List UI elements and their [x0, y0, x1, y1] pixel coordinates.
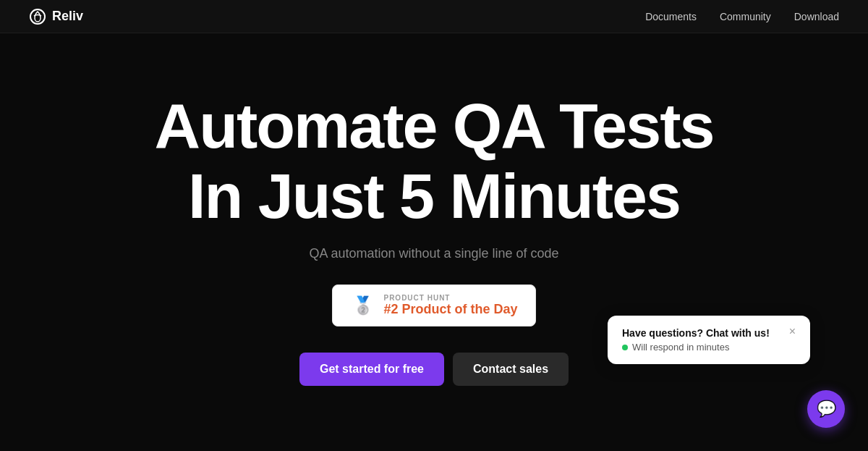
badge-medal-icon: 🥈: [350, 292, 376, 319]
contact-sales-button[interactable]: Contact sales: [453, 353, 569, 386]
chat-tooltip-title: Have questions? Chat with us!: [622, 327, 783, 339]
badge-rank: #2 Product of the Day: [383, 302, 517, 317]
chat-bubble-icon: 💬: [817, 400, 836, 418]
badge-text: PRODUCT HUNT #2 Product of the Day: [383, 294, 517, 317]
hero-title-line1: Automate QA Tests: [155, 90, 714, 161]
chat-status-text: Will respond in minutes: [632, 342, 729, 353]
nav-links: Documents Community Download: [645, 11, 839, 22]
hero-subtitle: QA automation without a single line of c…: [309, 246, 558, 261]
get-started-button[interactable]: Get started for free: [299, 353, 444, 386]
nav-documents[interactable]: Documents: [645, 11, 697, 22]
hero-title: Automate QA Tests In Just 5 Minutes: [155, 91, 714, 232]
chat-tooltip: Have questions? Chat with us! Will respo…: [608, 316, 810, 364]
hero-title-line2: In Just 5 Minutes: [188, 160, 680, 232]
logo-icon: [29, 8, 46, 25]
status-dot-icon: [622, 345, 628, 350]
product-hunt-badge[interactable]: 🥈 PRODUCT HUNT #2 Product of the Day: [332, 284, 535, 326]
cta-buttons: Get started for free Contact sales: [299, 353, 569, 386]
logo[interactable]: Reliv: [29, 8, 83, 25]
badge-label: PRODUCT HUNT: [383, 294, 450, 302]
navbar: Reliv Documents Community Download: [0, 0, 868, 33]
logo-text: Reliv: [52, 9, 83, 24]
chat-button[interactable]: 💬: [807, 390, 845, 428]
nav-download[interactable]: Download: [794, 11, 839, 22]
chat-tooltip-status: Will respond in minutes: [622, 342, 783, 353]
chat-tooltip-content: Have questions? Chat with us! Will respo…: [622, 327, 783, 353]
nav-community[interactable]: Community: [720, 11, 771, 22]
chat-close-button[interactable]: ×: [789, 326, 796, 337]
